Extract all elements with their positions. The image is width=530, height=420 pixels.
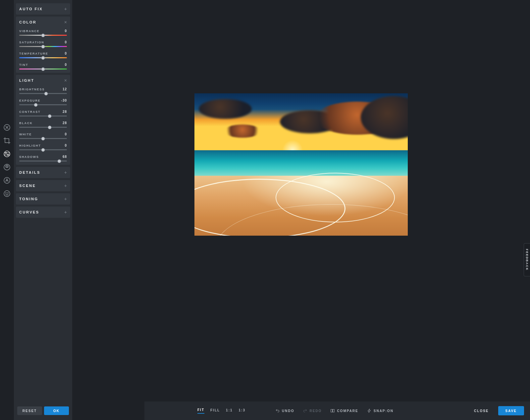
section-title: SCENE xyxy=(19,184,36,188)
undo-button[interactable]: UNDO xyxy=(275,408,294,413)
slider-track[interactable] xyxy=(19,104,67,105)
slider-thumb[interactable] xyxy=(41,67,45,71)
snap-label: SNAP:ON xyxy=(374,409,394,413)
reset-button[interactable]: RESET xyxy=(17,406,42,415)
expand-icon[interactable]: + xyxy=(64,210,67,214)
sticker-icon[interactable] xyxy=(3,189,11,198)
slider-temperature: TEMPERATURE0 xyxy=(19,52,67,58)
zoom-1-3[interactable]: 1:3 xyxy=(239,408,245,413)
section-light: LIGHT×BRIGHTNESS12EXPOSURE-30CONTRAST28B… xyxy=(16,75,70,165)
slider-black: BLACK28 xyxy=(19,121,67,128)
section-header-autofix[interactable]: AUTO FIX+ xyxy=(19,7,67,11)
svg-rect-11 xyxy=(331,409,333,412)
svg-point-1 xyxy=(4,151,10,157)
section-header-details[interactable]: DETAILS+ xyxy=(19,170,67,175)
effects-icon[interactable] xyxy=(3,163,11,171)
canvas-center xyxy=(72,0,530,401)
slider-thumb[interactable] xyxy=(48,114,52,118)
save-button[interactable]: SAVE xyxy=(498,406,524,415)
slider-track[interactable] xyxy=(19,46,67,47)
section-header-curves[interactable]: CURVES+ xyxy=(19,210,67,214)
slider-thumb[interactable] xyxy=(44,92,48,95)
section-title: AUTO FIX xyxy=(19,7,43,11)
zoom-fit[interactable]: FIT xyxy=(197,408,204,414)
slider-thumb[interactable] xyxy=(41,56,45,60)
undo-label: UNDO xyxy=(282,409,294,413)
slider-thumb[interactable] xyxy=(41,33,45,37)
slider-thumb[interactable] xyxy=(41,137,45,140)
collapse-icon[interactable]: × xyxy=(64,78,67,83)
section-header-scene[interactable]: SCENE+ xyxy=(19,183,67,188)
slider-thumb[interactable] xyxy=(57,159,61,163)
feedback-tab[interactable]: FEEDBACK xyxy=(524,243,530,276)
panel-footer: RESET OK xyxy=(14,401,72,420)
slider-track[interactable] xyxy=(19,93,67,94)
zoom-fill[interactable]: FILL xyxy=(210,408,220,413)
heal-icon[interactable] xyxy=(3,123,11,132)
slider-brightness: BRIGHTNESS12 xyxy=(19,87,67,94)
section-header-toning[interactable]: TONING+ xyxy=(19,197,67,201)
undo-icon xyxy=(275,408,280,413)
slider-track[interactable] xyxy=(19,161,67,162)
slider-thumb[interactable] xyxy=(41,148,45,152)
slider-value: -30 xyxy=(61,99,67,102)
image-preview[interactable] xyxy=(194,93,408,236)
slider-name: TEMPERATURE xyxy=(19,52,48,55)
right-group: CLOSE SAVE xyxy=(469,406,524,415)
slider-value: 0 xyxy=(65,132,67,136)
section-title: LIGHT xyxy=(19,78,34,82)
slider-saturation: SATURATION0 xyxy=(19,40,67,47)
expand-icon[interactable]: + xyxy=(64,197,67,201)
slider-track[interactable] xyxy=(19,149,67,150)
slider-track[interactable] xyxy=(19,35,67,36)
section-title: CURVES xyxy=(19,210,39,214)
slider-name: WHITE xyxy=(19,133,32,136)
crop-icon[interactable] xyxy=(3,136,11,145)
slider-thumb[interactable] xyxy=(34,103,38,107)
section-header-light[interactable]: LIGHT× xyxy=(19,78,67,83)
tool-rail xyxy=(0,0,14,420)
compare-button[interactable]: COMPARE xyxy=(330,408,358,413)
expand-icon[interactable]: + xyxy=(64,170,67,175)
zoom-1-1[interactable]: 1:1 xyxy=(226,408,233,413)
slider-value: 12 xyxy=(63,87,67,91)
expand-icon[interactable]: + xyxy=(64,183,67,188)
svg-point-8 xyxy=(4,191,10,197)
slider-value: 0 xyxy=(65,29,67,33)
adjust-icon[interactable] xyxy=(3,150,11,158)
redo-button: REDO xyxy=(303,408,322,413)
collapse-icon[interactable]: × xyxy=(64,20,67,24)
slider-shadows: SHADOWS68 xyxy=(19,155,67,162)
ok-button[interactable]: OK xyxy=(44,406,69,415)
slider-value: 28 xyxy=(63,110,67,114)
section-curves: CURVES+ xyxy=(16,207,70,218)
slider-value: 0 xyxy=(65,40,67,44)
slider-thumb[interactable] xyxy=(41,45,45,48)
svg-point-9 xyxy=(6,193,6,193)
snap-icon xyxy=(367,408,372,413)
svg-point-4 xyxy=(6,152,7,153)
snap-toggle[interactable]: SNAP:ON xyxy=(367,408,394,413)
section-autofix: AUTO FIX+ xyxy=(16,3,70,15)
slider-name: TINT xyxy=(19,63,28,67)
section-title: TONING xyxy=(19,197,38,201)
close-button[interactable]: CLOSE xyxy=(469,406,493,415)
slider-track[interactable] xyxy=(19,116,67,117)
section-color: COLOR×VIBRANCE0SATURATION0TEMPERATURE0TI… xyxy=(16,17,70,73)
svg-point-10 xyxy=(8,193,8,193)
slider-track[interactable] xyxy=(19,57,67,58)
bottom-bar: FITFILL1:11:3 UNDO REDO COMPARE SNAP:ON … xyxy=(144,401,530,420)
expand-icon[interactable]: + xyxy=(64,7,67,11)
slider-thumb[interactable] xyxy=(48,125,52,129)
section-details: DETAILS+ xyxy=(16,167,70,178)
svg-rect-12 xyxy=(333,409,335,412)
section-title: COLOR xyxy=(19,20,36,24)
adjust-panel: AUTO FIX+COLOR×VIBRANCE0SATURATION0TEMPE… xyxy=(14,0,72,420)
section-header-color[interactable]: COLOR× xyxy=(19,20,67,24)
slider-name: EXPOSURE xyxy=(19,99,40,102)
text-icon[interactable] xyxy=(3,176,11,185)
compare-icon xyxy=(330,408,335,413)
slider-track[interactable] xyxy=(19,138,67,139)
slider-track[interactable] xyxy=(19,69,67,70)
slider-track[interactable] xyxy=(19,127,67,128)
